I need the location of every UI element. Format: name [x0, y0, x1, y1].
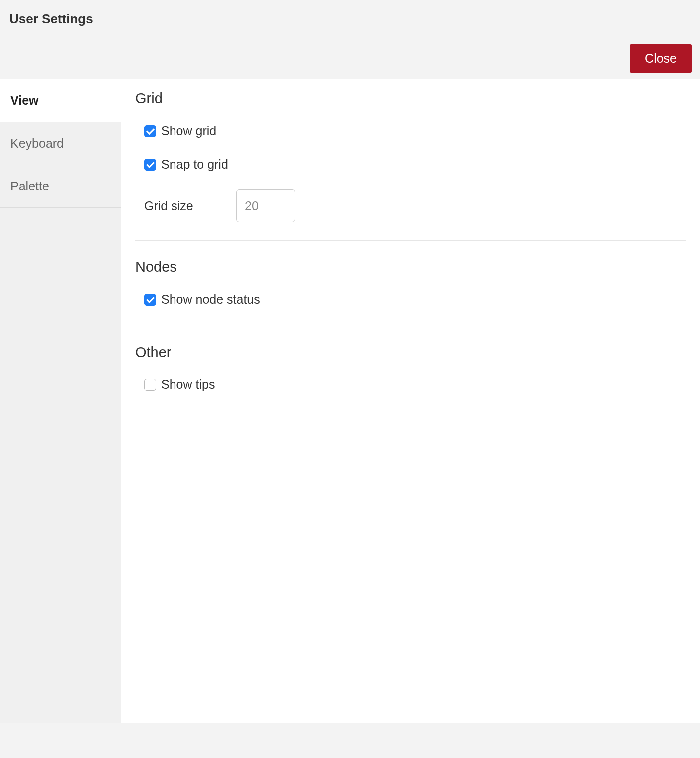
- snap-to-grid-label[interactable]: Snap to grid: [161, 157, 228, 172]
- dialog-title: User Settings: [9, 11, 691, 27]
- section-title-grid: Grid: [135, 90, 686, 107]
- settings-tabs: View Keyboard Palette: [0, 79, 121, 723]
- divider: [135, 240, 686, 241]
- tab-content-view: Grid Show grid Snap to grid Grid size No…: [121, 79, 700, 723]
- divider: [135, 326, 686, 326]
- dialog-body: View Keyboard Palette Grid Show grid Sna…: [0, 79, 700, 723]
- tab-view[interactable]: View: [0, 79, 121, 122]
- close-button[interactable]: Close: [630, 44, 692, 73]
- show-tips-checkbox[interactable]: [144, 379, 156, 391]
- setting-grid-size: Grid size: [135, 186, 686, 226]
- show-node-status-label[interactable]: Show node status: [161, 292, 260, 307]
- setting-show-tips: Show tips: [135, 373, 686, 397]
- snap-to-grid-checkbox[interactable]: [144, 159, 156, 171]
- tab-palette[interactable]: Palette: [0, 165, 121, 208]
- grid-size-label: Grid size: [144, 199, 236, 213]
- dialog-toolbar: Close: [0, 38, 700, 79]
- setting-snap-to-grid: Snap to grid: [135, 152, 686, 177]
- tab-keyboard[interactable]: Keyboard: [0, 122, 121, 165]
- setting-show-node-status: Show node status: [135, 287, 686, 312]
- grid-size-input[interactable]: [236, 190, 295, 222]
- setting-show-grid: Show grid: [135, 119, 686, 143]
- section-title-other: Other: [135, 344, 686, 361]
- user-settings-dialog: User Settings Close View Keyboard Palett…: [0, 0, 700, 758]
- show-grid-checkbox[interactable]: [144, 125, 156, 137]
- show-tips-label[interactable]: Show tips: [161, 378, 215, 392]
- show-node-status-checkbox[interactable]: [144, 294, 156, 306]
- show-grid-label[interactable]: Show grid: [161, 124, 216, 138]
- dialog-footer: [0, 723, 700, 758]
- dialog-header: User Settings: [0, 0, 700, 38]
- section-title-nodes: Nodes: [135, 259, 686, 275]
